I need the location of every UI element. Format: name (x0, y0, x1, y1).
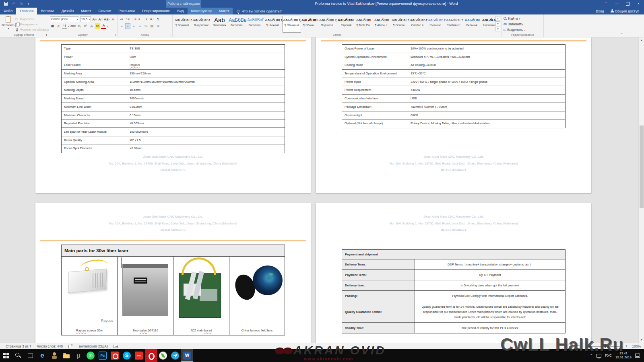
tab-mailings[interactable]: Рассылки (115, 8, 138, 14)
scroll-up-icon[interactable]: ▲ (639, 37, 644, 43)
tab-table-design[interactable]: Конструктор (188, 8, 215, 14)
task-view-icon[interactable] (24, 349, 36, 362)
customize-quick-access-icon[interactable]: ▾ (28, 2, 29, 6)
edge-icon[interactable] (36, 349, 48, 362)
spec-label-cell[interactable]: Gross weight (342, 111, 408, 119)
spec-value-cell[interactable]: ≤0.5mm (127, 86, 285, 94)
style-chip[interactable]: АаБбВвГг Выделение (192, 16, 210, 32)
paste-button[interactable]: Вставить ▾ (2, 16, 15, 32)
select-button[interactable]: ▻Выделить▾ (504, 27, 542, 33)
tab-view[interactable]: Вид (173, 8, 187, 14)
dialog-launcher-icon[interactable] (540, 34, 542, 36)
spec-label-cell[interactable]: Laser Brand (62, 61, 127, 69)
company-info-block[interactable]: Jinan Gold Mark CNC Machinery Co., Ltd. … (35, 154, 311, 174)
jcz-board-photo[interactable] (173, 257, 229, 326)
spec-value-cell[interactable]: 7000mm/s (127, 95, 285, 103)
style-chip[interactable]: АаБбВвГгД ¶ Обычный (283, 16, 301, 32)
payment-value-cell[interactable]: Quality guarantee term is for 24 months.… (415, 301, 565, 322)
action-center-icon[interactable] (635, 354, 640, 358)
document-page-3[interactable]: Type TS-30S Power 30W Laser Brand Raycus… (35, 37, 311, 193)
styles-scroll-up-icon[interactable]: ▲ (495, 16, 500, 21)
field-lens-photo[interactable] (229, 257, 285, 326)
document-page-6[interactable]: Jinan Gold Mark CNC Machinery Co., Ltd. … (316, 203, 591, 343)
style-chip[interactable]: ААБбВвГт Слабая сс... (446, 16, 464, 32)
scrollbar-thumb[interactable] (640, 125, 644, 208)
change-case-button[interactable]: Аа▾ (104, 16, 109, 22)
spec-value-cell[interactable]: Air cooling--Built-in (408, 61, 565, 69)
sort-button[interactable]: А↓ (149, 16, 155, 22)
style-chip[interactable]: ААБбВвГ Сильная... (464, 16, 482, 32)
payment-value-cell[interactable]: The period of validity for this PI is 4 … (415, 323, 565, 333)
spec-label-cell[interactable]: Power Requirement (342, 86, 408, 94)
dialog-launcher-icon[interactable] (498, 34, 500, 36)
part-caption-cell[interactable]: Sino-galvo 5G7110 (118, 326, 173, 335)
payment-value-cell[interactable]: In 5 working days when got the full paym… (415, 280, 565, 290)
minimize-icon[interactable]: — (611, 0, 622, 8)
spec-label-cell[interactable]: Type (62, 45, 127, 53)
style-chip[interactable]: АаБбВвГгД ¶ Основн... (392, 16, 409, 32)
align-left-button[interactable]: ≡ (119, 23, 124, 29)
tab-table-layout[interactable]: Макет (215, 8, 233, 14)
spec-value-cell[interactable]: M2 <1.5 (127, 136, 285, 144)
tab-file[interactable]: Файл (0, 8, 16, 14)
show-marks-button[interactable]: ¶ (155, 16, 161, 22)
part-caption-cell[interactable]: China famous field lens (229, 326, 285, 335)
opera-icon[interactable] (145, 349, 157, 362)
style-chip[interactable]: АаБбВвГг, Подзагол... (319, 16, 337, 32)
spec-label-cell[interactable]: Life-span of Fiber Laser Module (62, 128, 127, 136)
spec-value-cell[interactable]: 0.15mm (127, 111, 285, 119)
font-name-combobox[interactable]: Calibri (Осн▾ (50, 16, 79, 22)
italic-button[interactable]: К (56, 23, 61, 29)
style-chip[interactable]: Aab Заголовок (211, 16, 228, 32)
utorrent-icon[interactable] (72, 349, 85, 362)
style-chip[interactable]: АаБбВвГ Заголово... (247, 16, 264, 32)
company-info-block[interactable]: Jinan Gold Mark CNC Machinery Co., Ltd. … (316, 214, 591, 234)
part-caption-cell[interactable]: Raycus source 30w (62, 326, 118, 335)
spec-label-cell[interactable]: Output Power of Laser (342, 45, 408, 53)
style-chip[interactable]: АаБбВвГг Слабое в... (410, 16, 427, 32)
document-page-4[interactable]: Output Power of Laser 10%~100% continuou… (316, 37, 591, 193)
sino-galvo-photo[interactable] (118, 257, 173, 326)
screenshot-app-icon[interactable] (109, 349, 121, 362)
clock[interactable]: 13:41 15.01.2019 (615, 352, 632, 360)
tab-references[interactable]: Ссылки (95, 8, 115, 14)
share-button[interactable]: Общий доступ (611, 9, 639, 13)
align-right-button[interactable]: ≡ (131, 23, 136, 29)
style-chip[interactable]: АаБбВвГ Строгий (337, 16, 355, 32)
whatsapp-icon[interactable] (85, 349, 97, 362)
document-page-5[interactable]: Jinan Gold Mark CNC Machinery Co., Ltd. … (35, 203, 311, 343)
justify-button[interactable]: ≡ (137, 23, 142, 29)
start-icon[interactable] (0, 349, 12, 362)
underline-button[interactable]: Ч (62, 23, 67, 29)
multilevel-list-button[interactable]: ⋮≡ (131, 16, 136, 22)
style-chip[interactable]: АаБбВвГ ¶ Table Pa... (355, 16, 373, 32)
spec-label-cell[interactable]: Marking Depth (62, 86, 127, 94)
network-icon[interactable] (597, 354, 601, 358)
style-chip[interactable]: АаБбВвГ ¶ Обычн... (301, 16, 319, 32)
scroll-down-icon[interactable]: ▼ (639, 337, 644, 343)
spec-value-cell[interactable]: 780mm x 420mm x 770mm (408, 103, 565, 111)
payment-label-cell[interactable]: Validity Time: (342, 323, 415, 333)
spec-label-cell[interactable]: Minimum Line Width (62, 103, 127, 111)
payment-value-cell[interactable]: By T/T Payment (415, 270, 565, 280)
word-taskbar-icon[interactable] (181, 349, 193, 362)
spec-label-cell[interactable]: Cooling Mode (342, 61, 408, 69)
payment-label-cell[interactable]: Packing: (342, 291, 415, 301)
spec-label-cell[interactable]: Beam Quality (62, 136, 127, 144)
spec-value-cell[interactable]: TS-30S (127, 45, 285, 53)
dialog-launcher-icon[interactable] (114, 34, 116, 36)
spec-value-cell[interactable]: 0.012mm (127, 103, 285, 111)
style-chip[interactable]: АаБбВвГгД ¶ Нижний... (265, 16, 283, 32)
tab-layout[interactable]: Макет (77, 8, 95, 14)
zoom-slider-thumb[interactable] (605, 344, 606, 348)
strikethrough-button[interactable]: abc (70, 23, 76, 29)
dialog-launcher-icon[interactable] (169, 34, 171, 36)
payment-label-cell[interactable]: Delivery Term: (342, 259, 415, 269)
highlight-button[interactable]: аб (95, 23, 100, 29)
spec-value-cell[interactable]: Windows XP / W7--32/64bits / W8--32/64bi… (408, 53, 565, 61)
raycus-source-photo[interactable]: Raycus (62, 257, 118, 326)
search-icon[interactable] (12, 349, 24, 362)
dialog-launcher-icon[interactable] (44, 34, 47, 36)
close-icon[interactable]: × (633, 0, 644, 8)
bullets-button[interactable]: •≡ (119, 16, 124, 22)
